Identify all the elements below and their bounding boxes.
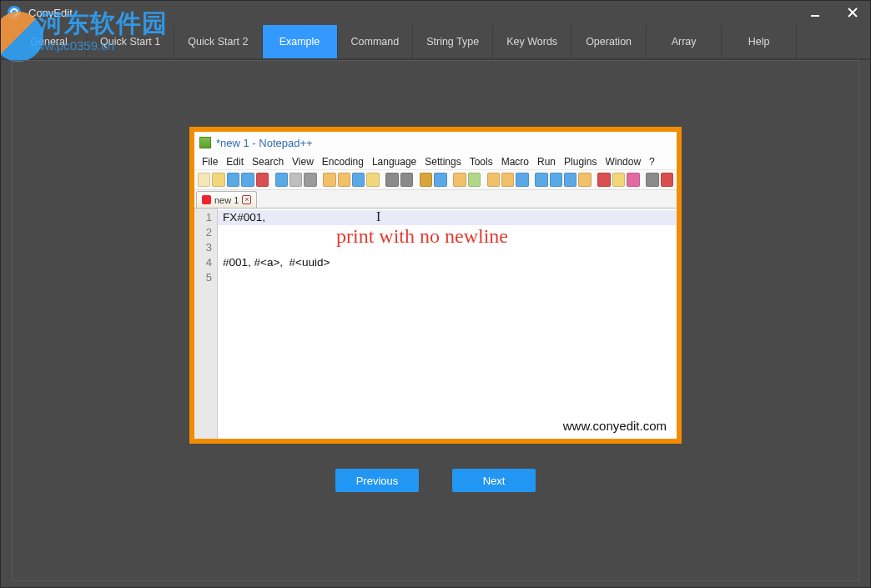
toolbar-icon[interactable] xyxy=(564,173,576,187)
app-icon xyxy=(7,5,22,20)
example-screenshot: *new 1 - Notepad++ File Edit Search View… xyxy=(189,127,682,444)
tab-help[interactable]: Help xyxy=(722,25,797,58)
toolbar-icon[interactable] xyxy=(275,173,288,187)
toolbar-icon[interactable] xyxy=(535,173,547,187)
tab-quick-start-1[interactable]: Quick Start 1 xyxy=(87,25,174,58)
window-buttons xyxy=(796,0,871,25)
toolbar-icon[interactable] xyxy=(550,173,562,187)
code-line-4: #001, #<a>, #<uuid> xyxy=(223,255,677,270)
toolbar-icon[interactable] xyxy=(487,173,500,187)
tab-string-type[interactable]: String Type xyxy=(413,25,493,58)
line-num: 3 xyxy=(194,240,212,255)
notepad-titlebar: *new 1 - Notepad++ xyxy=(194,132,677,153)
notepad-icon xyxy=(199,137,211,148)
menu-plugins[interactable]: Plugins xyxy=(560,155,601,168)
nav-buttons: Previous Next xyxy=(335,469,536,492)
toolbar-icon[interactable] xyxy=(468,173,481,187)
unsaved-icon xyxy=(202,195,211,204)
toolbar-icon[interactable] xyxy=(646,173,658,187)
toolbar-icon[interactable] xyxy=(323,173,335,187)
previous-button[interactable]: Previous xyxy=(335,469,419,492)
tab-command[interactable]: Command xyxy=(338,25,414,58)
toolbar-icon[interactable] xyxy=(612,173,625,187)
notepad-toolbar xyxy=(194,170,677,190)
menu-tools[interactable]: Tools xyxy=(466,155,497,168)
tab-operation[interactable]: Operation xyxy=(571,25,647,58)
line-gutter: 1 2 3 4 5 xyxy=(194,209,218,439)
toolbar-icon[interactable] xyxy=(304,173,316,187)
svg-point-0 xyxy=(8,6,21,19)
tab-example[interactable]: Example xyxy=(263,25,338,58)
app-title: ConyEdit xyxy=(28,7,796,19)
tab-bar: General Quick Start 1 Quick Start 2 Exam… xyxy=(0,25,871,60)
toolbar-icon[interactable] xyxy=(289,173,302,187)
line-num: 5 xyxy=(194,270,212,285)
tab-close-icon[interactable]: × xyxy=(242,195,251,204)
notepad-tabs: new 1 × xyxy=(194,190,677,209)
toolbar-icon[interactable] xyxy=(256,173,269,187)
toolbar-icon[interactable] xyxy=(400,173,413,187)
minimize-button[interactable] xyxy=(796,0,833,25)
toolbar-icon[interactable] xyxy=(501,173,514,187)
notepad-tab-new1[interactable]: new 1 × xyxy=(196,191,257,208)
line-num: 2 xyxy=(194,225,212,240)
toolbar-icon[interactable] xyxy=(516,173,528,187)
toolbar-icon[interactable] xyxy=(198,173,210,187)
code-line-3 xyxy=(223,240,677,255)
toolbar-icon[interactable] xyxy=(578,173,591,187)
next-button[interactable]: Next xyxy=(452,469,536,492)
toolbar-icon[interactable] xyxy=(627,173,639,187)
menu-encoding[interactable]: Encoding xyxy=(318,155,368,168)
menu-run[interactable]: Run xyxy=(533,155,560,168)
toolbar-icon[interactable] xyxy=(661,173,673,187)
menu-help[interactable]: ? xyxy=(645,155,659,168)
site-url: www.conyedit.com xyxy=(563,419,667,434)
menu-settings[interactable]: Settings xyxy=(420,155,465,168)
menu-view[interactable]: View xyxy=(288,155,318,168)
toolbar-icon[interactable] xyxy=(453,173,466,187)
toolbar-icon[interactable] xyxy=(434,173,446,187)
menu-file[interactable]: File xyxy=(198,155,222,168)
toolbar-icon[interactable] xyxy=(420,173,432,187)
toolbar-icon[interactable] xyxy=(227,173,239,187)
tab-quick-start-2[interactable]: Quick Start 2 xyxy=(174,25,262,58)
content-area: 河东软件园 www.pc0359.cn *new 1 - Notepad++ F… xyxy=(0,60,871,588)
code-area[interactable]: FX#001, #001, #<a>, #<uuid> I print with… xyxy=(218,209,677,439)
toolbar-icon[interactable] xyxy=(385,173,398,187)
notepad-editor[interactable]: 1 2 3 4 5 FX#001, #001, #<a>, #<uuid> I … xyxy=(194,209,677,439)
notepad-tab-label: new 1 xyxy=(214,195,239,205)
notepad-menubar: File Edit Search View Encoding Language … xyxy=(194,153,677,170)
close-button[interactable] xyxy=(833,0,871,25)
toolbar-icon[interactable] xyxy=(338,173,350,187)
line-num: 4 xyxy=(194,255,212,270)
menu-window[interactable]: Window xyxy=(601,155,645,168)
notepad-title: *new 1 - Notepad++ xyxy=(216,137,313,149)
menu-edit[interactable]: Edit xyxy=(222,155,248,168)
toolbar-icon[interactable] xyxy=(352,173,365,187)
app-window: ConyEdit General Quick Start 1 Quick Sta… xyxy=(0,0,871,588)
toolbar-icon[interactable] xyxy=(212,173,224,187)
tab-array[interactable]: Array xyxy=(647,25,722,58)
line-num: 1 xyxy=(194,210,212,225)
code-line-1: FX#001, xyxy=(223,210,677,225)
toolbar-icon[interactable] xyxy=(366,173,379,187)
toolbar-icon[interactable] xyxy=(241,173,254,187)
menu-macro[interactable]: Macro xyxy=(497,155,533,168)
titlebar[interactable]: ConyEdit xyxy=(0,0,871,25)
tab-general[interactable]: General xyxy=(12,25,87,58)
toolbar-icon[interactable] xyxy=(597,173,610,187)
code-line-2 xyxy=(223,225,677,240)
menu-search[interactable]: Search xyxy=(248,155,288,168)
menu-language[interactable]: Language xyxy=(368,155,420,168)
tab-key-words[interactable]: Key Words xyxy=(493,25,571,58)
